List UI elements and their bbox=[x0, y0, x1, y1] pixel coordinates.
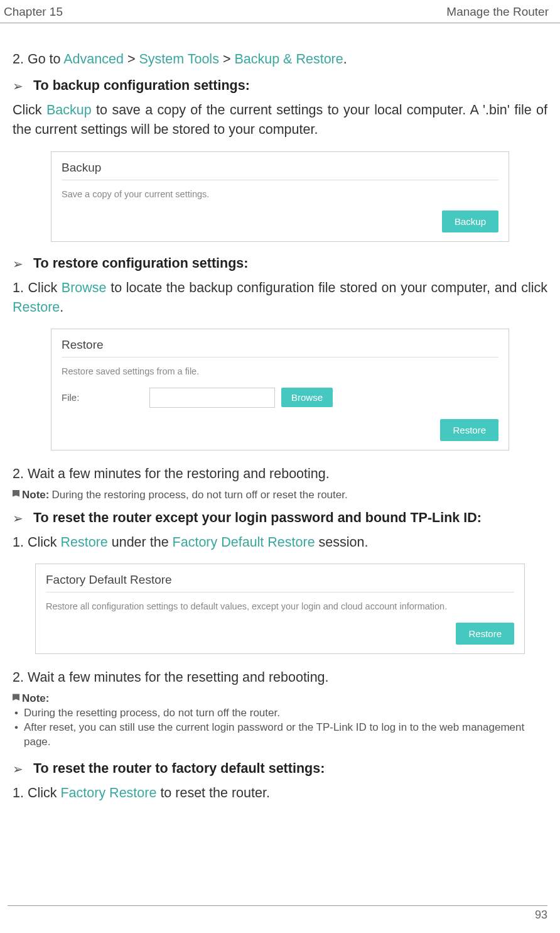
arrow-icon: ➢ bbox=[13, 256, 23, 272]
divider bbox=[46, 592, 514, 592]
divider bbox=[62, 357, 498, 357]
link-advanced: Advanced bbox=[63, 52, 124, 67]
divider bbox=[62, 180, 498, 180]
panel-description: Restore all configuration settings to de… bbox=[46, 601, 514, 611]
text: > bbox=[219, 52, 235, 67]
panel-description: Restore saved settings from a file. bbox=[62, 366, 498, 376]
note-label: Note: bbox=[22, 489, 49, 501]
text: to reset the router. bbox=[156, 785, 269, 800]
heading-text: To reset the router except your login pa… bbox=[33, 510, 482, 526]
restore-button[interactable]: Restore bbox=[440, 419, 498, 441]
text: 1. Click bbox=[13, 785, 60, 800]
heading-restore: ➢ To restore configuration settings: bbox=[13, 256, 547, 272]
file-label: File: bbox=[62, 392, 143, 403]
note-bullet: After reset, you can still use the curre… bbox=[13, 721, 547, 750]
browse-button[interactable]: Browse bbox=[281, 388, 333, 407]
page-number: 93 bbox=[8, 905, 547, 922]
arrow-icon: ➢ bbox=[13, 761, 23, 777]
note-label: Note: bbox=[22, 692, 49, 705]
link-backup: Backup bbox=[46, 102, 92, 117]
link-system-tools: System Tools bbox=[139, 52, 218, 67]
note-icon bbox=[13, 490, 19, 499]
text: 2. Go to bbox=[13, 52, 63, 67]
note-text: During the restoring process, do not tur… bbox=[51, 489, 347, 501]
chapter-label: Chapter 15 bbox=[4, 5, 63, 19]
panel-title: Backup bbox=[62, 158, 498, 180]
restore-panel: Restore Restore saved settings from a fi… bbox=[51, 329, 509, 450]
heading-factory-reset: ➢ To reset the router to factory default… bbox=[13, 761, 547, 777]
text: . bbox=[343, 52, 347, 67]
reset-except-step1: 1. Click Restore under the Factory Defau… bbox=[13, 533, 547, 552]
note-bullet: During the resetting process, do not tur… bbox=[13, 706, 547, 721]
file-input[interactable] bbox=[149, 388, 275, 408]
panel-title: Restore bbox=[62, 336, 498, 357]
link-browse: Browse bbox=[62, 280, 107, 295]
backup-button[interactable]: Backup bbox=[442, 210, 498, 232]
heading-text: To backup configuration settings: bbox=[33, 78, 250, 94]
reset-step2: 2. Wait a few minutes for the resetting … bbox=[13, 668, 547, 687]
text: > bbox=[124, 52, 139, 67]
link-factory-default-restore: Factory Default Restore bbox=[173, 535, 315, 550]
link-restore: Restore bbox=[13, 300, 60, 315]
panel-description: Save a copy of your current settings. bbox=[62, 189, 498, 199]
heading-backup: ➢ To backup configuration settings: bbox=[13, 78, 547, 94]
factory-restore-button[interactable]: Restore bbox=[456, 623, 514, 645]
link-backup-restore: Backup & Restore bbox=[234, 52, 343, 67]
backup-description: Click Backup to save a copy of the curre… bbox=[13, 101, 547, 139]
text: to locate the backup configuration file … bbox=[107, 280, 547, 295]
arrow-icon: ➢ bbox=[13, 510, 23, 527]
text: to save a copy of the current settings t… bbox=[13, 102, 547, 137]
text: under the bbox=[108, 535, 173, 550]
factory-reset-step1: 1. Click Factory Restore to reset the ro… bbox=[13, 783, 547, 803]
section-label: Manage the Router bbox=[446, 5, 549, 19]
link-restore: Restore bbox=[60, 535, 107, 550]
note-icon bbox=[13, 694, 19, 702]
step-goto: 2. Go to Advanced > System Tools > Backu… bbox=[13, 50, 547, 69]
note-restore: Note: During the restoring process, do n… bbox=[13, 489, 547, 501]
heading-text: To reset the router to factory default s… bbox=[33, 761, 325, 777]
restore-step2: 2. Wait a few minutes for the restoring … bbox=[13, 464, 547, 484]
heading-text: To restore configuration settings: bbox=[33, 256, 248, 271]
factory-default-panel: Factory Default Restore Restore all conf… bbox=[35, 564, 525, 654]
arrow-icon: ➢ bbox=[13, 78, 23, 94]
text: . bbox=[60, 300, 63, 315]
text: session. bbox=[315, 535, 369, 550]
text: Click bbox=[13, 102, 46, 117]
panel-title: Factory Default Restore bbox=[46, 570, 514, 592]
backup-panel: Backup Save a copy of your current setti… bbox=[51, 151, 509, 242]
text: 1. Click bbox=[13, 280, 62, 295]
restore-step1: 1. Click Browse to locate the backup con… bbox=[13, 278, 547, 317]
heading-reset-except: ➢ To reset the router except your login … bbox=[13, 510, 547, 527]
link-factory-restore: Factory Restore bbox=[60, 785, 156, 800]
text: 1. Click bbox=[13, 535, 60, 550]
note-reset: Note: During the resetting process, do n… bbox=[13, 692, 547, 750]
